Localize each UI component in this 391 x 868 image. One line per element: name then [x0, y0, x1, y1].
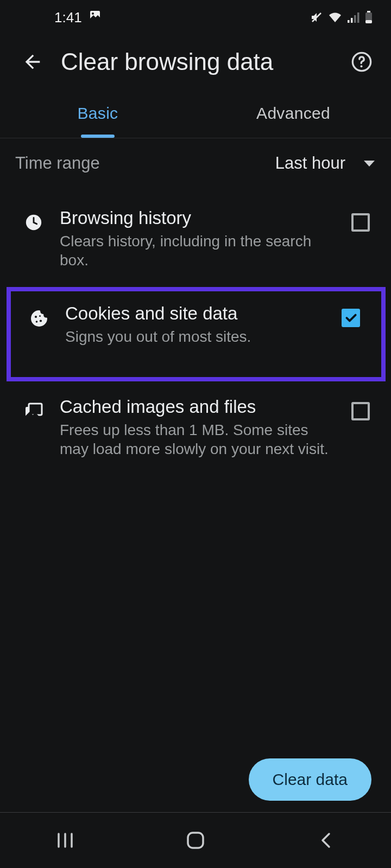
recents-icon	[56, 832, 74, 848]
svg-rect-3	[348, 20, 350, 23]
app-bar: Clear browsing data	[0, 35, 391, 89]
svg-point-1	[92, 12, 94, 15]
tab-advanced[interactable]: Advanced	[195, 89, 391, 138]
tab-advanced-label: Advanced	[256, 104, 330, 123]
item-title: Cached images and files	[60, 397, 336, 417]
svg-point-14	[40, 320, 42, 322]
highlight-cookies: Cookies and site data Signs you out of m…	[7, 287, 386, 381]
svg-point-15	[36, 321, 38, 323]
svg-rect-5	[354, 15, 356, 23]
checkbox-cookies[interactable]	[342, 309, 360, 327]
item-cookies[interactable]: Cookies and site data Signs you out of m…	[11, 299, 376, 364]
time-range-row[interactable]: Time range Last hour	[0, 138, 391, 188]
system-nav-bar	[0, 813, 391, 868]
status-left: 1:41	[54, 9, 102, 26]
status-time: 1:41	[54, 9, 82, 26]
clock-icon	[24, 213, 43, 234]
signal-icon	[347, 11, 360, 23]
svg-rect-22	[188, 833, 203, 848]
nav-back-icon	[319, 832, 332, 849]
nav-back-button[interactable]	[293, 824, 358, 857]
wifi-icon	[328, 11, 342, 23]
checkbox-cached-images[interactable]	[351, 402, 370, 420]
checkbox-browsing-history[interactable]	[351, 213, 370, 232]
item-subtitle: Clears history, including in the search …	[60, 232, 336, 270]
images-icon	[24, 402, 43, 424]
time-range-label: Time range	[15, 154, 100, 173]
nav-recents-button[interactable]	[33, 824, 98, 857]
status-bar: 1:41	[0, 0, 391, 35]
svg-point-11	[361, 65, 363, 67]
check-icon	[344, 311, 358, 325]
svg-rect-9	[365, 20, 372, 23]
svg-rect-6	[357, 12, 360, 23]
clear-data-button[interactable]: Clear data	[249, 758, 371, 801]
tabs: Basic Advanced	[0, 89, 391, 138]
help-button[interactable]	[345, 46, 378, 78]
page-title: Clear browsing data	[61, 48, 345, 75]
status-right	[310, 11, 373, 24]
svg-point-13	[35, 316, 37, 318]
item-title: Cookies and site data	[65, 303, 326, 324]
item-cached-images[interactable]: Cached images and files Frees up less th…	[0, 385, 391, 470]
time-range-value: Last hour	[275, 154, 345, 173]
battery-icon	[365, 11, 373, 24]
svg-point-16	[39, 315, 41, 317]
nav-home-button[interactable]	[163, 824, 228, 857]
item-title: Browsing history	[60, 208, 336, 228]
tab-basic-label: Basic	[78, 104, 118, 123]
clear-data-label: Clear data	[273, 770, 348, 789]
item-subtitle: Signs you out of most sites.	[65, 327, 326, 346]
cookie-icon	[29, 309, 49, 330]
items-list: Browsing history Clears history, includi…	[0, 188, 391, 470]
item-subtitle: Frees up less than 1 MB. Some sites may …	[60, 420, 336, 458]
svg-rect-7	[367, 11, 370, 12]
svg-rect-4	[351, 18, 353, 23]
arrow-left-icon	[22, 51, 43, 73]
item-browsing-history[interactable]: Browsing history Clears history, includi…	[0, 196, 391, 282]
screenshot-icon	[89, 9, 102, 26]
chevron-down-icon	[364, 161, 375, 167]
tab-basic[interactable]: Basic	[0, 89, 195, 138]
time-range-dropdown[interactable]: Last hour	[275, 154, 375, 173]
back-button[interactable]	[13, 42, 52, 81]
help-icon	[351, 51, 373, 73]
home-icon	[186, 831, 205, 850]
mute-icon	[310, 11, 323, 24]
